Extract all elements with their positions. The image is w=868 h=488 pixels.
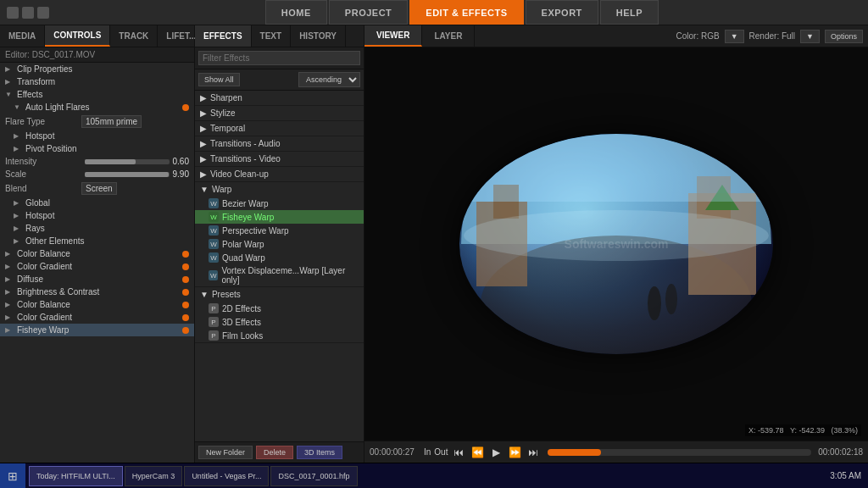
- effect-item-vortex-warp[interactable]: W Vortex Displaceme...Warp [Layer only]: [195, 264, 364, 286]
- tree-item-color-gradient[interactable]: ▶ Color Gradient: [0, 260, 194, 273]
- nav-help[interactable]: HELP: [600, 0, 659, 25]
- nav-home[interactable]: HOME: [265, 0, 327, 25]
- maximize-button[interactable]: [22, 7, 34, 19]
- 3d-items-button[interactable]: 3D Items: [297, 446, 342, 459]
- arrow-icon: ▶: [200, 154, 207, 164]
- show-all-button[interactable]: Show All: [198, 73, 240, 86]
- effect-group-header[interactable]: ▶ Transitions - Video: [195, 152, 364, 166]
- tree-item-color-gradient2[interactable]: ▶ Color Gradient: [0, 311, 194, 324]
- svg-point-8: [648, 286, 661, 320]
- tree-item-pivot-position[interactable]: ▶ Pivot Position: [0, 142, 194, 155]
- nav-edit-effects[interactable]: EDIT & EFFECTS: [409, 0, 523, 25]
- effect-item-2d-effects[interactable]: P 2D Effects: [195, 302, 364, 315]
- effect-group-header[interactable]: ▶ Sharpen: [195, 91, 364, 105]
- effect-group-header[interactable]: ▶ Stylize: [195, 106, 364, 120]
- tab-controls[interactable]: CONTROLS: [45, 25, 110, 47]
- effect-group-header-warp[interactable]: ▼ Warp: [195, 182, 364, 197]
- tree-item-diffuse[interactable]: ▶ Diffuse: [0, 273, 194, 286]
- viewer-canvas[interactable]: X: -539.78 Y: -542.39 (38.3%) Softwaresw…: [364, 47, 868, 441]
- new-folder-button[interactable]: New Folder: [198, 446, 253, 459]
- effects-bottom-bar: New Folder Delete 3D Items: [195, 441, 364, 463]
- delete-button[interactable]: Delete: [256, 446, 293, 459]
- effect-group-presets: ▼ Presets P 2D Effects P 3D Effects P Fi…: [195, 287, 364, 343]
- tab-effects[interactable]: EFFECTS: [195, 25, 252, 47]
- effect-group-header-presets[interactable]: ▼ Presets: [195, 287, 364, 302]
- tree-item-brightness-contrast[interactable]: ▶ Brightness & Contrast: [0, 286, 194, 298]
- taskbar-item-hitfilm[interactable]: Today: HITFILM ULTI...: [29, 466, 123, 486]
- effect-group-header[interactable]: ▶ Video Clean-up: [195, 167, 364, 181]
- tab-media[interactable]: MEDIA: [0, 25, 45, 47]
- tab-layer[interactable]: LAYER: [422, 25, 475, 47]
- effect-item-perspective-warp[interactable]: W Perspective Warp: [195, 224, 364, 237]
- tree-item-other-elements[interactable]: ▶ Other Elements: [0, 235, 194, 247]
- render-option-button[interactable]: ▼: [800, 30, 820, 43]
- tab-track[interactable]: TRACK: [110, 25, 158, 47]
- tree-item-auto-light-flares[interactable]: ▼ Auto Light Flares: [0, 101, 194, 114]
- effect-item-quad-warp[interactable]: W Quad Warp: [195, 251, 364, 264]
- tree-item-hotspot[interactable]: ▶ Hotspot: [0, 130, 194, 142]
- tree-item-fisheye-warp[interactable]: ▶ Fisheye Warp: [0, 324, 194, 336]
- effect-item-fisheye-warp[interactable]: W Fisheye Warp: [195, 210, 364, 224]
- tree-item-effects[interactable]: ▼ Effects: [0, 88, 194, 101]
- group-label: Warp: [212, 185, 232, 194]
- render-label: Render: Full: [749, 31, 795, 41]
- effect-item-bezier-warp[interactable]: W Bezier Warp: [195, 197, 364, 210]
- sort-dropdown[interactable]: Ascending: [298, 72, 360, 87]
- item-label: Brightness & Contrast: [17, 287, 99, 297]
- close-button[interactable]: [37, 7, 49, 19]
- taskbar-item-hypercam[interactable]: HyperCam 3: [125, 466, 183, 486]
- taskbar: ⊞ Today: HITFILM ULTI... HyperCam 3 Unti…: [0, 463, 868, 488]
- tab-text[interactable]: TEXT: [252, 25, 292, 47]
- item-label: Global: [25, 198, 50, 208]
- nav-project[interactable]: PROJECT: [329, 0, 408, 25]
- tree-item-rays[interactable]: ▶ Rays: [0, 222, 194, 235]
- viewer-timeline-bar[interactable]: [548, 449, 811, 456]
- item-label: Rays: [25, 224, 45, 233]
- play-forward-button[interactable]: ⏩: [507, 445, 522, 460]
- effect-group-header[interactable]: ▶ Transitions - Audio: [195, 136, 364, 151]
- orange-indicator: [182, 104, 189, 111]
- arrow-icon: ▶: [5, 78, 14, 86]
- taskbar-item-vegas[interactable]: Untitled - Vegas Pr...: [184, 466, 269, 486]
- scale-bar[interactable]: [85, 172, 170, 177]
- play-back-button[interactable]: ⏪: [470, 445, 485, 460]
- arrow-icon: ▶: [14, 237, 22, 245]
- scale-fill: [85, 172, 169, 177]
- item-label: Color Gradient: [17, 262, 72, 271]
- color-option-button[interactable]: ▼: [725, 30, 744, 43]
- effects-toolbar: Show All Ascending: [195, 69, 364, 91]
- tree-item-global[interactable]: ▶ Global: [0, 197, 194, 209]
- play-button[interactable]: ▶: [488, 445, 504, 460]
- group-label: Temporal: [210, 124, 245, 133]
- taskbar-items: Today: HITFILM ULTI... HyperCam 3 Untitl…: [25, 466, 823, 486]
- flare-type-dropdown[interactable]: 105mm prime: [81, 115, 142, 128]
- effects-panel: EFFECTS TEXT HISTORY Show All Ascending …: [195, 25, 364, 463]
- tree-item-clip-properties[interactable]: ▶ Clip Properties: [0, 63, 194, 75]
- skip-end-button[interactable]: ⏭: [526, 445, 541, 460]
- blend-dropdown[interactable]: Screen: [81, 182, 117, 195]
- nav-export[interactable]: EXPORT: [526, 0, 598, 25]
- tree-item-color-balance2[interactable]: ▶ Color Balance: [0, 298, 194, 311]
- effect-label: Perspective Warp: [222, 226, 289, 236]
- item-label: Fisheye Warp: [17, 325, 69, 335]
- options-button[interactable]: Options: [825, 30, 863, 43]
- start-button[interactable]: ⊞: [0, 463, 25, 489]
- effect-icon: W: [209, 239, 219, 249]
- effect-item-3d-effects[interactable]: P 3D Effects: [195, 315, 364, 329]
- tree-item-transform[interactable]: ▶ Transform: [0, 75, 194, 88]
- item-label: Hotspot: [25, 211, 54, 220]
- tree-item-color-balance[interactable]: ▶ Color Balance: [0, 247, 194, 260]
- minimize-button[interactable]: [7, 7, 19, 19]
- intensity-bar[interactable]: [85, 159, 170, 164]
- taskbar-item-dsc[interactable]: DSC_0017_0001.hfp: [270, 466, 357, 486]
- effect-item-film-looks[interactable]: P Film Looks: [195, 329, 364, 342]
- effect-group-warp: ▼ Warp W Bezier Warp W Fisheye Warp W Pe…: [195, 182, 364, 287]
- rewind-button[interactable]: ⏮: [451, 445, 466, 460]
- tree-item-hotspot2[interactable]: ▶ Hotspot: [0, 209, 194, 222]
- tab-viewer[interactable]: VIEWER: [364, 25, 422, 47]
- effect-item-polar-warp[interactable]: W Polar Warp: [195, 237, 364, 251]
- effects-search-input[interactable]: [198, 51, 360, 65]
- tab-history[interactable]: HISTORY: [291, 25, 346, 47]
- effect-group-header[interactable]: ▶ Temporal: [195, 121, 364, 136]
- group-label: Sharpen: [210, 93, 242, 103]
